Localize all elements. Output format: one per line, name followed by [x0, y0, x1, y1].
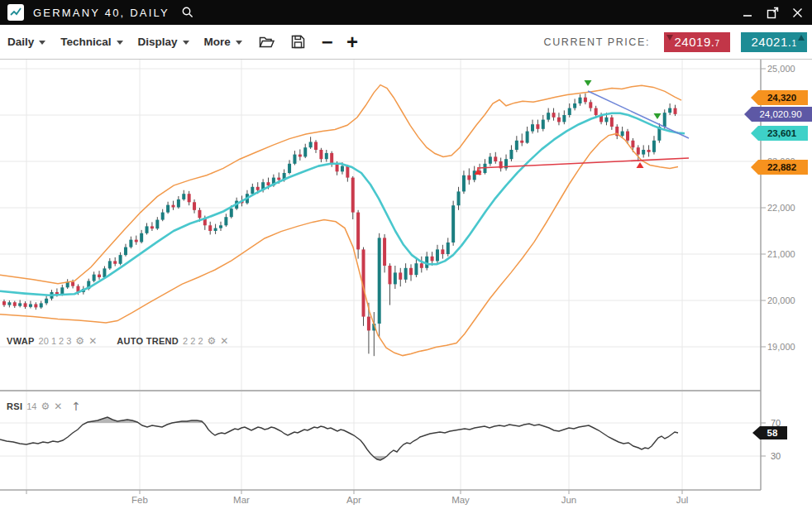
price-tick-label: 19,000 — [767, 342, 795, 352]
price-chart-canvas[interactable] — [0, 0, 812, 509]
month-tick-label: May — [451, 495, 470, 505]
minimize-button[interactable] — [741, 6, 754, 19]
price-down-arrow-icon — [666, 35, 673, 41]
month-tick-label: Mar — [233, 495, 250, 505]
price-tick-label: 22,000 — [767, 203, 795, 213]
rsi-tick-label: 30 — [771, 451, 781, 461]
rsi-params: 14 — [26, 401, 36, 411]
rsi-legend-row: RSI 14 ⚙ ✕ ↑ — [7, 400, 81, 413]
close-icon[interactable] — [791, 6, 804, 19]
close-icon[interactable]: ✕ — [54, 401, 62, 412]
buy-price-badge[interactable]: 24021.1 — [741, 32, 807, 52]
menu-timeframe[interactable]: Daily — [7, 36, 45, 48]
chevron-down-icon — [236, 41, 242, 45]
indicator-legend-row: VWAP 20 1 2 3 ⚙ ✕ AUTO TREND 2 2 2 ⚙ ✕ — [7, 335, 228, 347]
gear-icon[interactable]: ⚙ — [75, 335, 84, 347]
sell-price-badge[interactable]: 24019.7 — [664, 32, 730, 52]
menu-display-label: Display — [138, 36, 178, 48]
menu-technical-label: Technical — [60, 36, 111, 48]
bb-upper-price-badge: 24,320 — [751, 90, 808, 105]
chevron-down-icon — [117, 41, 123, 45]
menu-more[interactable]: More — [204, 36, 242, 48]
rsi-indicator-label: RSI — [7, 401, 22, 411]
current-price-price-badge: 24,020.90 — [744, 107, 812, 122]
close-icon[interactable]: ✕ — [88, 335, 97, 347]
save-chart-icon[interactable] — [291, 35, 305, 49]
collapse-pane-arrow-icon[interactable]: ↑ — [71, 400, 81, 413]
bollinger-lower-line — [0, 133, 678, 355]
gear-icon[interactable]: ⚙ — [208, 335, 217, 347]
sell-price-value: 24019. — [675, 35, 715, 49]
month-tick-label: Jun — [561, 495, 577, 505]
price-tick-label: 20,000 — [767, 295, 795, 305]
auto-trend-indicator-label: AUTO TREND — [117, 336, 179, 346]
auto-trend-params: 2 2 2 — [183, 336, 203, 346]
window-title: GERMANY 40, DAILY — [33, 7, 170, 19]
chart-toolbar: Daily Technical Display More − + CURRENT… — [0, 25, 812, 60]
sell-price-frac: 7 — [714, 39, 719, 48]
vwap-line — [0, 113, 685, 295]
open-chart-icon[interactable] — [259, 36, 275, 49]
price-tick-label: 21,000 — [767, 249, 795, 259]
buy-price-frac: 1 — [791, 39, 796, 48]
menu-technical[interactable]: Technical — [60, 36, 122, 48]
month-tick-label: Feb — [131, 495, 148, 505]
buy-price-value: 24021. — [752, 35, 792, 49]
close-icon[interactable]: ✕ — [220, 335, 228, 347]
zoom-out-icon[interactable]: − — [322, 34, 333, 50]
rsi-oversold-fill — [0, 417, 678, 460]
popout-window-button[interactable] — [766, 6, 779, 19]
price-tick-label: 25,000 — [767, 64, 795, 74]
app-logo-icon — [7, 4, 24, 21]
zoom-in-icon[interactable]: + — [346, 34, 358, 50]
price-up-arrow-icon — [798, 35, 805, 41]
vwap-params: 20 1 2 3 — [39, 336, 72, 346]
menu-timeframe-label: Daily — [7, 36, 34, 48]
vwap-price-badge: 23,601 — [751, 126, 808, 141]
month-tick-label: Jul — [676, 495, 689, 505]
chevron-down-icon — [39, 41, 45, 45]
menu-display[interactable]: Display — [138, 36, 189, 48]
menu-more-label: More — [204, 36, 231, 48]
title-bar: GERMANY 40, DAILY — [0, 0, 812, 25]
rsi-overbought-fill — [0, 417, 678, 460]
bb-lower-price-badge: 22,882 — [751, 160, 808, 175]
rsi-line — [0, 417, 678, 460]
gear-icon[interactable]: ⚙ — [41, 401, 50, 412]
vwap-indicator-label: VWAP — [7, 336, 35, 346]
month-tick-label: Apr — [346, 495, 361, 505]
rsi-price-badge: 58 — [752, 426, 787, 439]
chevron-down-icon — [183, 41, 189, 45]
search-icon[interactable] — [181, 6, 194, 19]
current-price-label: CURRENT PRICE: — [544, 36, 650, 48]
